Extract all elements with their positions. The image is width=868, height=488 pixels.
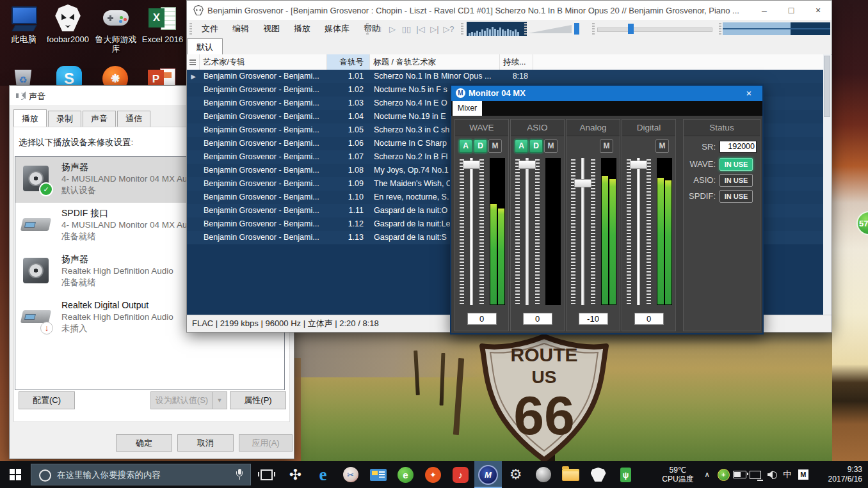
sound-tab-1[interactable]: 录制 xyxy=(48,111,81,127)
menu-item-0[interactable]: 文件 xyxy=(195,20,225,38)
foobar2000-icon[interactable] xyxy=(584,461,612,488)
desktop-icon-this-pc[interactable]: 此电脑 xyxy=(0,4,47,44)
row-artist: Benjamin Grosvenor - Benjami... xyxy=(200,123,327,137)
minimize-button[interactable]: – xyxy=(751,1,778,20)
tray-musiland-icon[interactable]: M xyxy=(795,461,811,488)
configure-button[interactable]: 配置(C) xyxy=(19,391,75,409)
settings-gear-icon[interactable]: ⚙ xyxy=(502,461,529,488)
photo-viewer-icon[interactable] xyxy=(364,461,392,488)
in-use-indicator[interactable]: IN USE xyxy=(719,174,753,187)
set-default-button[interactable]: 设为默认值(S) xyxy=(150,391,213,409)
menu-item-3[interactable]: 播放 xyxy=(287,20,317,38)
volume-speaker-icon[interactable] xyxy=(529,461,557,488)
stop-button[interactable]: □ xyxy=(371,24,385,34)
waveform-seekbar[interactable] xyxy=(723,22,830,35)
artist-column-header[interactable]: 艺术家/专辑 xyxy=(200,54,327,70)
volume-slider[interactable] xyxy=(527,22,582,36)
close-button[interactable]: × xyxy=(805,1,832,20)
seek-track[interactable] xyxy=(597,28,712,32)
playlist-row[interactable]: ▶ Benjamin Grosvenor - Benjami... 1.01 S… xyxy=(187,70,824,83)
fader-handle[interactable] xyxy=(574,179,591,187)
tray-battery-icon[interactable] xyxy=(732,461,748,488)
maximize-button[interactable]: □ xyxy=(778,1,805,20)
taskbar-search-box[interactable]: 在这里输入你要搜索的内容 xyxy=(31,464,251,485)
hidden-icons-arrow[interactable]: ∧ xyxy=(699,470,716,479)
channel-gain-value[interactable]: 0 xyxy=(523,313,552,325)
channel-fader[interactable] xyxy=(458,158,486,305)
task-view-button[interactable] xyxy=(253,461,280,488)
mixer-tab[interactable]: Mixer xyxy=(453,101,482,116)
netease-music-icon[interactable]: ♪ xyxy=(447,461,474,488)
microphone-icon[interactable] xyxy=(236,469,243,478)
desktop-icon-foobar2000[interactable]: foobar2000 xyxy=(44,4,92,44)
mixer-close-button[interactable]: × xyxy=(738,86,760,101)
channel-gain-value[interactable]: 0 xyxy=(634,313,664,325)
ludashi-icon[interactable]: ✦ xyxy=(419,461,447,488)
set-default-dropdown[interactable]: ▼ xyxy=(212,391,227,409)
sound-tab-2[interactable]: 声音 xyxy=(83,111,116,127)
asio-d-button[interactable]: D xyxy=(529,139,543,153)
properties-button[interactable]: 属性(P) xyxy=(230,391,286,409)
playlist-scrollbar[interactable] xyxy=(823,54,831,317)
next-button[interactable]: ▷| xyxy=(428,24,442,34)
menu-item-2[interactable]: 视图 xyxy=(256,20,287,38)
start-button[interactable] xyxy=(0,461,31,488)
sound-tab-0[interactable]: 播放 xyxy=(13,109,47,127)
in-use-indicator[interactable]: IN USE xyxy=(719,158,753,171)
snipping-app-icon[interactable]: ✂ xyxy=(337,461,364,488)
scrollbar-thumb[interactable] xyxy=(824,56,830,117)
track-column-header[interactable]: 音轨号 xyxy=(327,54,370,70)
channel-fader[interactable] xyxy=(625,158,653,305)
cancel-button[interactable]: 取消 xyxy=(177,434,234,452)
menu-item-4[interactable]: 媒体库 xyxy=(317,20,357,38)
channel-fader[interactable] xyxy=(513,158,542,305)
playlist-header[interactable]: 艺术家/专辑 音轨号 标题 / 音轨艺术家 持续... xyxy=(187,54,824,70)
fader-handle[interactable] xyxy=(630,161,647,169)
foobar-titlebar[interactable]: Benjamin Grosvenor - [Benjamin Grosvenor… xyxy=(187,1,832,20)
wave-a-button[interactable]: A xyxy=(459,139,472,153)
fader-handle[interactable] xyxy=(518,161,536,169)
random-button[interactable]: ▷? xyxy=(442,24,456,34)
green-browser-icon[interactable]: e xyxy=(392,461,419,488)
asio-m-button[interactable]: M xyxy=(544,139,558,153)
duration-column-header[interactable]: 持续... xyxy=(500,54,533,70)
playing-column-header[interactable] xyxy=(187,54,200,70)
playlist-tab-default[interactable]: 默认 xyxy=(187,38,223,55)
channel-gain-value[interactable]: 0 xyxy=(467,313,497,325)
channel-gain-value[interactable]: -10 xyxy=(579,313,608,325)
desktop-icon-excel[interactable]: X Excel 2016 xyxy=(139,4,186,44)
tray-volume-icon[interactable] xyxy=(763,461,779,488)
seek-slider[interactable] xyxy=(597,22,711,36)
tray-network-icon[interactable] xyxy=(748,461,764,488)
wave-d-button[interactable]: D xyxy=(474,139,487,153)
desktop-icon-ludashi-games[interactable]: 鲁大师游戏库 xyxy=(92,4,140,54)
taskbar-clock[interactable]: 9:33 2017/6/16 xyxy=(811,465,868,484)
sound-tab-3[interactable]: 通信 xyxy=(117,111,150,127)
pinwheel-app-icon[interactable]: ✣ xyxy=(282,461,309,488)
digital-m-button[interactable]: M xyxy=(655,139,669,153)
asio-a-button[interactable]: A xyxy=(515,139,528,153)
tray-safety-icon[interactable]: + xyxy=(716,461,732,488)
ok-button[interactable]: 确定 xyxy=(116,434,172,452)
mixer-titlebar[interactable]: M Monitor 04 MX × xyxy=(451,86,762,101)
seek-handle[interactable] xyxy=(628,24,634,34)
ime-indicator[interactable]: 中 xyxy=(779,461,795,488)
menu-item-1[interactable]: 编辑 xyxy=(225,20,256,38)
analog-m-button[interactable]: M xyxy=(600,139,613,153)
edge-browser-icon[interactable]: e xyxy=(309,461,337,488)
wave-m-button[interactable]: M xyxy=(488,139,502,153)
play-button[interactable]: ▷ xyxy=(385,24,399,34)
usb-drive-icon[interactable]: ψ xyxy=(612,461,639,488)
fader-handle[interactable] xyxy=(463,161,480,169)
in-use-indicator[interactable]: IN USE xyxy=(719,190,753,203)
title-column-header[interactable]: 标题 / 音轨艺术家 xyxy=(370,54,500,70)
apply-button[interactable]: 应用(A) xyxy=(239,434,293,452)
file-explorer-icon[interactable] xyxy=(557,461,584,488)
musiland-icon[interactable]: M xyxy=(474,461,502,488)
pause-button[interactable]: ▯▯ xyxy=(399,24,414,34)
channel-fader[interactable] xyxy=(569,158,597,305)
previous-button[interactable]: |◁ xyxy=(414,24,428,34)
cpu-temp-indicator[interactable]: 59℃ CPU温度 xyxy=(657,466,699,484)
volume-handle[interactable] xyxy=(574,23,579,35)
sample-rate-input[interactable]: 192000 xyxy=(719,141,757,153)
